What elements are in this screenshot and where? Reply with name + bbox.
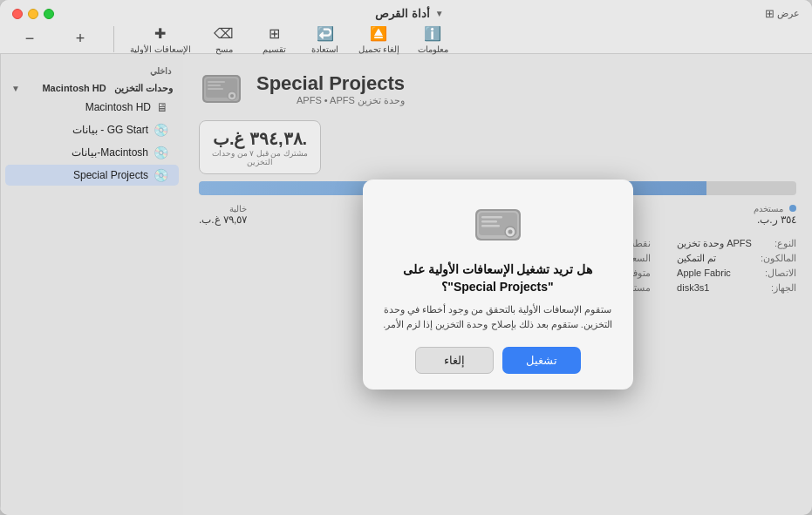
- sidebar-item-special-projects-label: Special Projects: [16, 169, 148, 181]
- sidebar-item-gg-start-icon: 💿: [154, 123, 168, 137]
- minimize-button[interactable]: [28, 9, 38, 19]
- info-label: معلومات: [418, 44, 448, 54]
- toolbar-separator: [113, 26, 114, 52]
- erase-icon: ⌫: [215, 24, 234, 43]
- run-button[interactable]: تشغيل: [502, 347, 581, 374]
- add-icon: +: [71, 30, 90, 49]
- modal-overlay: هل تريد تشغيل الإسعافات الأولية على "Spe…: [183, 54, 812, 515]
- eject-label: إلغاء تحميل: [358, 44, 400, 54]
- sidebar-item-macintosh-data-icon: 💿: [154, 146, 168, 159]
- toolbar-firstaid[interactable]: ✚ الإسعافات الأولية: [130, 24, 191, 54]
- sidebar-section-label: داخلي: [1, 63, 183, 78]
- toolbar-info[interactable]: ℹ️ معلومات: [415, 24, 450, 54]
- maximize-button[interactable]: [44, 9, 54, 19]
- partition-label: تقسيم: [263, 44, 286, 54]
- dialog-buttons: إلغاء تشغيل: [382, 347, 614, 374]
- main-area: Special Projects وحدة تخزين APFS • APFS: [0, 54, 812, 515]
- svg-point-12: [508, 229, 512, 234]
- app-window: أداة القرص ▼ ⊞ عرض ℹ️ معلومات ⏏️ إلغاء ت…: [0, 0, 812, 515]
- toolbar-restore[interactable]: ↩️ استعادة: [308, 24, 343, 54]
- window-title: أداة القرص: [375, 7, 430, 20]
- view-icon: ⊞: [765, 7, 774, 20]
- sidebar-group-title: وحدات التخزين Macintosh HD: [42, 83, 173, 94]
- partition-icon: ⊞: [265, 24, 284, 43]
- restore-icon: ↩️: [316, 24, 335, 43]
- sidebar-group-header[interactable]: وحدات التخزين Macintosh HD ▼: [1, 78, 183, 96]
- svg-rect-13: [481, 216, 502, 219]
- toolbar-erase[interactable]: ⌫ مسح: [207, 24, 242, 54]
- sidebar-chevron-icon: ▼: [11, 84, 20, 93]
- sidebar-item-macintosh-hd[interactable]: Macintosh HD 🖥: [5, 97, 179, 118]
- sidebar: داخلي وحدات التخزين Macintosh HD ▼ Macin…: [0, 54, 183, 515]
- sidebar-item-macintosh-hd-label: Macintosh HD: [16, 101, 151, 113]
- svg-rect-14: [481, 220, 497, 223]
- dialog-body: ستقوم الإسعافات الأولية بالتحقق من وجود …: [382, 302, 614, 331]
- content-area: Special Projects وحدة تخزين APFS • APFS: [183, 54, 812, 515]
- sidebar-item-gg-start-label: GG Start - بيانات: [16, 124, 148, 136]
- toolbar-add[interactable]: +: [63, 30, 98, 49]
- sidebar-item-special-projects[interactable]: Special Projects 💿: [5, 165, 179, 186]
- eject-icon: ⏏️: [369, 24, 388, 43]
- titlebar: أداة القرص ▼ ⊞ عرض ℹ️ معلومات ⏏️ إلغاء ت…: [0, 0, 812, 54]
- view-label: عرض: [777, 8, 800, 19]
- sidebar-item-macintosh-hd-icon: 🖥: [156, 100, 168, 114]
- sidebar-item-macintosh-data[interactable]: Macintosh-بيانات 💿: [5, 142, 179, 163]
- sidebar-item-macintosh-data-label: Macintosh-بيانات: [16, 146, 148, 159]
- svg-rect-15: [481, 225, 500, 227]
- cancel-button[interactable]: إلغاء: [415, 347, 494, 374]
- view-button[interactable]: ⊞ عرض: [765, 7, 800, 20]
- remove-icon: −: [20, 30, 39, 49]
- restore-label: استعادة: [311, 44, 338, 54]
- toolbar-partition[interactable]: ⊞ تقسيم: [257, 24, 292, 54]
- close-button[interactable]: [12, 9, 23, 19]
- erase-label: مسح: [215, 44, 233, 54]
- dialog-disk-icon: [472, 199, 524, 251]
- title-dropdown-icon[interactable]: ▼: [435, 9, 444, 18]
- toolbar-eject[interactable]: ⏏️ إلغاء تحميل: [358, 24, 400, 54]
- dialog: هل تريد تشغيل الإسعافات الأولية على "Spe…: [363, 180, 633, 390]
- window-title-area: أداة القرص ▼: [375, 7, 444, 20]
- firstaid-label: الإسعافات الأولية: [130, 44, 191, 54]
- traffic-lights: [12, 9, 54, 19]
- dialog-title: هل تريد تشغيل الإسعافات الأولية على "Spe…: [382, 261, 614, 295]
- firstaid-icon: ✚: [151, 24, 170, 43]
- sidebar-item-gg-start[interactable]: GG Start - بيانات 💿: [5, 119, 179, 140]
- info-icon: ℹ️: [423, 24, 442, 43]
- sidebar-item-special-projects-icon: 💿: [154, 168, 168, 182]
- toolbar-remove[interactable]: −: [12, 30, 47, 49]
